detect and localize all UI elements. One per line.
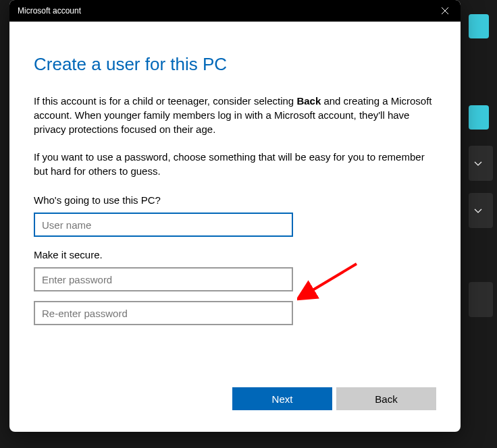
confirm-password-input[interactable] (34, 301, 293, 325)
titlebar: Microsoft account (9, 0, 461, 22)
intro-paragraph-2: If you want to use a password, choose so… (34, 150, 436, 178)
username-input[interactable] (34, 213, 293, 237)
window-title: Microsoft account (18, 6, 81, 16)
bg-tile-2 (469, 193, 493, 228)
secure-label: Make it secure. (34, 249, 436, 260)
close-icon (442, 7, 448, 14)
back-button[interactable]: Back (336, 387, 436, 410)
bg-tile-3 (469, 282, 493, 317)
bg-tile-accent-1 (469, 14, 489, 38)
close-button[interactable] (429, 0, 461, 22)
password-input[interactable] (34, 267, 293, 291)
intro-paragraph-1: If this account is for a child or teenag… (34, 94, 436, 136)
bg-tile-1 (469, 146, 493, 181)
button-row: Next Back (34, 387, 436, 421)
dialog-content: Create a user for this PC If this accoun… (9, 22, 461, 432)
page-heading: Create a user for this PC (34, 54, 436, 75)
who-label: Who's going to use this PC? (34, 194, 436, 206)
bg-tile-accent-2 (469, 105, 489, 130)
next-button[interactable]: Next (232, 387, 332, 410)
account-dialog: Microsoft account Create a user for this… (9, 0, 461, 432)
